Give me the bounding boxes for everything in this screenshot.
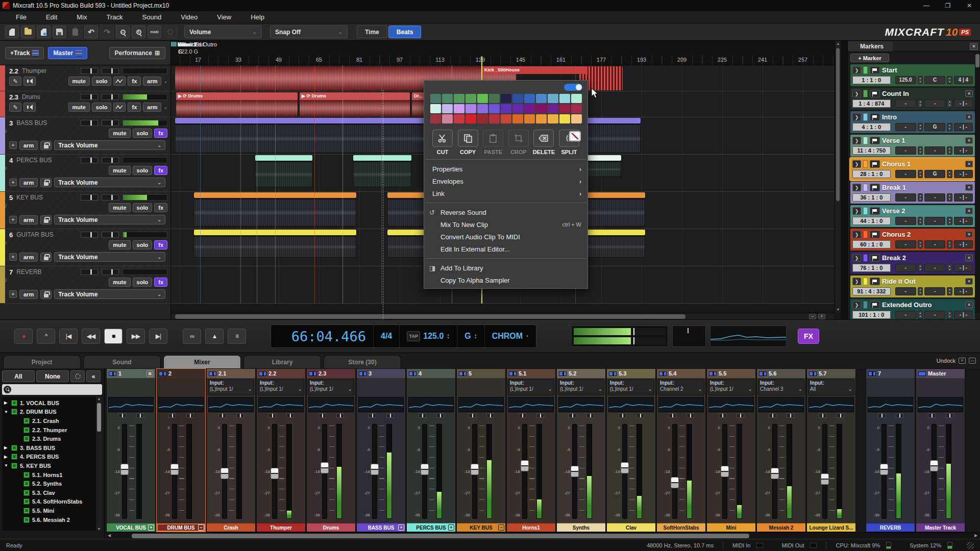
menu-item[interactable]: Mix	[67, 12, 96, 22]
marker-flag-icon[interactable]	[870, 207, 880, 215]
marker-position-field[interactable]: 11 : 4 : 750	[852, 146, 891, 155]
redo-button[interactable]: ↷	[100, 26, 114, 38]
input-selector[interactable]: Input: (L)Input 1/ ⌄	[608, 379, 654, 395]
marker-card[interactable]: ❯ Chorus 2 ✕ 60 : 1 : 0 - ▴▾ - ▴▾ - | -	[850, 229, 975, 251]
resize-grip[interactable]	[967, 542, 974, 549]
maximize-button[interactable]: ❐	[937, 0, 959, 11]
track-volume-slider[interactable]	[81, 232, 98, 238]
audio-clip[interactable]: ▶ ⟳ Drums	[176, 92, 298, 100]
input-selector[interactable]: Input: (L)Input 1/ ⌄	[258, 379, 304, 395]
send-knob[interactable]	[636, 413, 644, 418]
marker-color-swatch[interactable]	[863, 137, 868, 144]
key-spinner[interactable]: ▴▾	[947, 170, 952, 178]
volume-fader[interactable]	[422, 424, 427, 519]
context-menu-item[interactable]: ◨ Add To Library	[424, 262, 587, 274]
expand-collapse-button[interactable]: +	[448, 524, 454, 531]
tree-expand-arrow[interactable]: ▶	[4, 455, 11, 459]
scrollbar-handle[interactable]	[836, 48, 840, 201]
delete-button[interactable]: DELETE	[531, 130, 556, 155]
tree-item[interactable]: ▼ ✕ 5. KEY BUS	[4, 461, 95, 470]
zoom-in-button[interactable]: +	[132, 26, 145, 38]
track-volume-slider[interactable]	[81, 94, 98, 100]
tree-item[interactable]: ✕ 2.1. Crash	[4, 416, 95, 425]
tree-expand-arrow[interactable]: ▶	[4, 445, 11, 450]
marker-timesig-field[interactable]: 4 | 4	[954, 76, 973, 84]
track-visible-checkbox[interactable]: ✕	[23, 418, 30, 424]
marker-expand-button[interactable]: ❯	[852, 160, 861, 168]
track-volume-slider[interactable]	[81, 120, 98, 126]
expand-automation-button[interactable]: +	[9, 253, 17, 261]
none-button[interactable]: None	[36, 370, 69, 382]
lock-icon[interactable]	[40, 178, 52, 187]
marker-color-swatch[interactable]	[863, 160, 868, 168]
marker-name[interactable]: Chorus 2	[882, 231, 963, 238]
channel-name-label[interactable]: DRUM BUS −	[157, 523, 205, 532]
tree-item[interactable]: ✕ 5.4. SoftHornStabs	[4, 497, 95, 507]
pan-knob[interactable]	[719, 413, 726, 418]
channel-name-label[interactable]: PERCS BUS +	[407, 523, 455, 532]
track-pan-slider[interactable]	[102, 68, 119, 74]
marker-color-swatch[interactable]	[863, 113, 868, 121]
pan-knob[interactable]	[118, 413, 126, 418]
fader-handle[interactable]	[170, 464, 179, 475]
fx-button[interactable]: fx	[154, 129, 167, 138]
marker-tempo-field[interactable]: 125.0	[895, 76, 916, 84]
volume-fader[interactable]	[122, 424, 127, 519]
menu-item[interactable]: Sound	[133, 12, 172, 22]
color-swatch[interactable]	[548, 104, 558, 113]
collapse-button[interactable]: «	[86, 370, 101, 382]
track-visible-checkbox[interactable]: ✕	[11, 445, 17, 451]
clip-color-toggle[interactable]	[564, 84, 582, 91]
volume-fader[interactable]	[322, 424, 327, 519]
key-spinner[interactable]: ▴▾	[947, 76, 952, 84]
marker-position-field[interactable]: 4 : 1 : 0	[852, 123, 891, 131]
tab[interactable]: Mixer	[163, 355, 241, 368]
eq-display[interactable]	[708, 397, 754, 412]
close-button[interactable]: ✕	[959, 0, 980, 11]
marker-position-field[interactable]: 101 : 1 : 0	[852, 311, 891, 319]
context-menu-item[interactable]: ↺ Reverse Sound	[424, 206, 587, 218]
chevron-down-icon[interactable]: ⌄	[598, 386, 602, 392]
scale-mode-value[interactable]: CHROM	[492, 332, 523, 341]
fader-handle[interactable]	[821, 473, 829, 485]
time-toggle-button[interactable]: Time	[357, 26, 387, 38]
send-knob[interactable]	[737, 413, 744, 418]
color-swatch[interactable]	[548, 94, 558, 103]
track-color-strip[interactable]	[0, 117, 5, 154]
color-swatch[interactable]	[454, 104, 464, 113]
color-swatch[interactable]	[571, 114, 582, 123]
tempo-spinner[interactable]: ▴▾	[918, 146, 923, 155]
settings-button[interactable]	[163, 26, 177, 38]
zoom-out-button[interactable]: −	[116, 26, 130, 38]
track-visible-checkbox[interactable]: ✕	[23, 517, 30, 523]
strip-header[interactable]: 7 ⊞	[866, 369, 915, 378]
tempo-spinner[interactable]: ▴▾	[918, 287, 923, 295]
track-name[interactable]: REVERB	[16, 268, 77, 276]
tempo-spinner[interactable]: ▴▾	[918, 99, 923, 108]
color-swatch[interactable]	[536, 94, 547, 103]
lock-icon[interactable]	[40, 215, 52, 224]
add-marker-button[interactable]: + Marker	[850, 54, 889, 62]
envelope-button[interactable]	[113, 103, 126, 112]
marker-color-swatch[interactable]	[863, 278, 868, 285]
volume-fader[interactable]	[932, 424, 937, 519]
fader-handle[interactable]	[571, 466, 579, 477]
audio-clip[interactable]	[353, 155, 411, 161]
mixer-channel-strip[interactable]: 2 ⊞ Input: ⌄	[156, 368, 206, 532]
expand-automation-button[interactable]: +	[9, 141, 17, 149]
marker-expand-button[interactable]: ❯	[852, 231, 861, 238]
chevron-down-icon[interactable]: ⌄	[163, 105, 167, 110]
send-knob[interactable]	[837, 413, 844, 418]
send-knob[interactable]	[386, 413, 394, 418]
context-menu-item[interactable]: Properties ›	[424, 163, 587, 175]
marker-timesig-field[interactable]: - | -	[954, 311, 973, 319]
lock-icon[interactable]	[40, 290, 52, 299]
color-swatch[interactable]	[465, 114, 476, 123]
send-knob[interactable]	[586, 413, 594, 418]
marker-key-field[interactable]: C	[924, 76, 945, 84]
color-swatch[interactable]	[430, 114, 441, 123]
track-header[interactable]: ♪ 3 BASS BUS ✎ mute	[0, 117, 170, 155]
delete-marker-button[interactable]: ✕	[965, 90, 973, 97]
color-swatch[interactable]	[442, 114, 453, 123]
color-swatch[interactable]	[559, 114, 570, 123]
